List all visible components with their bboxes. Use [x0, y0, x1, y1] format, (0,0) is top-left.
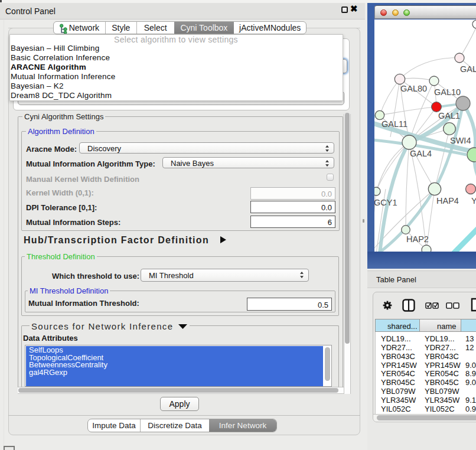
svg-text:GCY1: GCY1 [374, 198, 397, 207]
svg-text:GAL4: GAL4 [410, 149, 432, 158]
svg-text:GAL10: GAL10 [434, 87, 461, 97]
svg-text:GAL1: GAL1 [438, 111, 460, 120]
svg-text:HAP2: HAP2 [406, 234, 429, 244]
svg-text:SWI4: SWI4 [450, 136, 471, 145]
svg-text:GAL80: GAL80 [400, 84, 427, 93]
svg-text:YD: YD [471, 196, 476, 206]
svg-text:GAL2: GAL2 [460, 64, 476, 74]
svg-text:GAL11: GAL11 [382, 119, 407, 129]
svg-text:HAP4: HAP4 [436, 196, 459, 206]
